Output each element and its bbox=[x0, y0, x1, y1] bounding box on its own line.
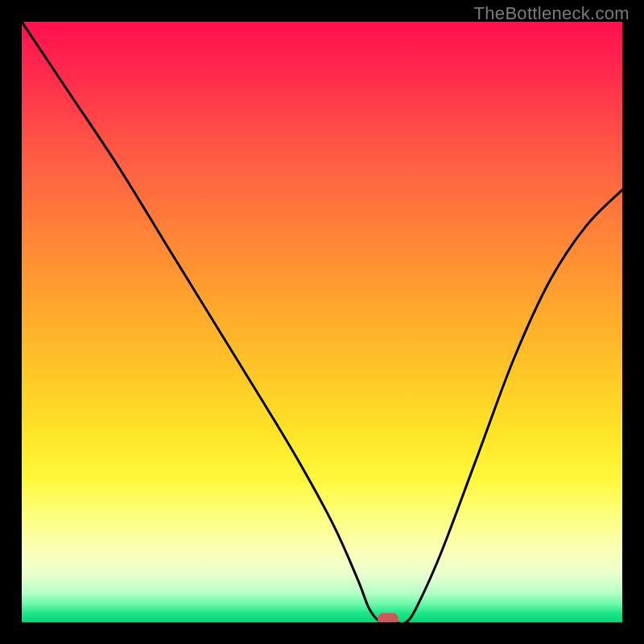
bottleneck-curve-path bbox=[22, 22, 622, 622]
chart-container: TheBottleneck.com bbox=[0, 0, 644, 644]
curve-svg bbox=[22, 22, 622, 622]
plot-area bbox=[22, 22, 622, 622]
watermark-text: TheBottleneck.com bbox=[474, 3, 630, 24]
optimal-point-marker bbox=[378, 613, 398, 623]
